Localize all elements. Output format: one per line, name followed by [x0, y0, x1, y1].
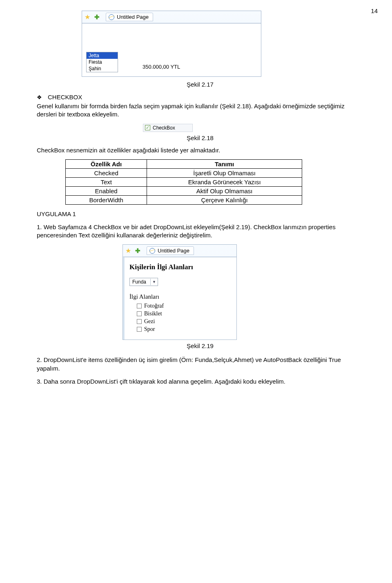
browser-toolbar: ★ ✚ Untitled Page: [123, 245, 236, 257]
list-item[interactable]: Fiesta: [87, 59, 118, 65]
list-item[interactable]: Şahin: [87, 65, 118, 72]
figure-2-18-caption: Şekil 2.18: [37, 134, 363, 141]
figure-2-17-browser: ★ ✚ Untitled Page Jetta Fiesta Şahin 350…: [82, 11, 261, 77]
checkbox-empty-icon[interactable]: [137, 311, 142, 316]
interests-heading: İlgi Alanları: [129, 293, 232, 300]
table-cell: Enabled: [66, 186, 147, 195]
checkbox-heading-text: CHECKBOX: [48, 94, 82, 101]
step-2-text: 2. DropDownList'e items özelliğinden üç …: [37, 356, 363, 373]
interest-option[interactable]: Spor: [137, 326, 232, 333]
favorites-star-icon[interactable]: ★: [125, 248, 132, 254]
table-row: BorderWidth Çerçeve Kalınlığı: [66, 195, 302, 204]
ie-icon: [109, 14, 114, 20]
step-3-text: 3. Daha sonra DropDownList'i çift tıklay…: [37, 377, 363, 386]
interest-label: Gezi: [144, 318, 155, 325]
people-dropdown[interactable]: Funda ▼: [129, 278, 158, 286]
checkbox-control-example: ✓ CheckBox: [143, 124, 193, 132]
favorites-star-icon[interactable]: ★: [85, 14, 91, 20]
step-1-text: 1. Web Sayfamıza 4 CheckBox ve bir adet …: [37, 223, 363, 240]
interest-option[interactable]: Fotoğraf: [137, 303, 232, 309]
dropdown-selected-text: Funda: [132, 279, 146, 285]
browser-toolbar: ★ ✚ Untitled Page: [82, 11, 261, 23]
browser-tab[interactable]: Untitled Page: [147, 246, 194, 255]
page-number: 14: [371, 7, 378, 14]
checkbox-heading: ❖ CHECKBOX: [37, 94, 363, 101]
checkbox-empty-icon[interactable]: [137, 327, 142, 332]
table-row: Enabled Aktif Olup Olmaması: [66, 186, 302, 195]
checkbox-empty-icon[interactable]: [137, 304, 142, 308]
diamond-bullet-icon: ❖: [37, 94, 42, 101]
car-listbox[interactable]: Jetta Fiesta Şahin: [86, 52, 118, 72]
table-cell: Aktif Olup Olmaması: [147, 186, 302, 195]
interest-option[interactable]: Bisiklet: [137, 310, 232, 317]
checkbox-checked-icon[interactable]: ✓: [145, 125, 150, 130]
figure-2-19-caption: Şekil 2.19: [37, 342, 363, 349]
table-row: Text Ekranda Görünecek Yazısı: [66, 177, 302, 186]
interest-label: Fotoğraf: [144, 303, 164, 309]
table-cell: Checked: [66, 168, 147, 177]
paragraph-checkbox-props: CheckBox nesnemizin ait özellikler aşağı…: [37, 146, 363, 154]
tab-title: Untitled Page: [158, 248, 189, 254]
chevron-down-icon[interactable]: ▼: [150, 279, 158, 285]
add-favorite-icon[interactable]: ✚: [134, 248, 141, 254]
list-item[interactable]: Jetta: [87, 52, 118, 59]
properties-table: Özellik Adı Tanımı Checked İşaretli Olup…: [65, 159, 302, 205]
checkbox-empty-icon[interactable]: [137, 319, 142, 324]
table-row: Checked İşaretli Olup Olmaması: [66, 168, 302, 177]
table-row: Özellik Adı Tanımı: [66, 159, 302, 168]
add-favorite-icon[interactable]: ✚: [94, 14, 100, 20]
paragraph-checkbox-intro: Genel kullanımı bir formda birden fazla …: [37, 102, 363, 119]
table-cell: Text: [66, 177, 147, 186]
ie-icon: [149, 248, 155, 254]
browser-body: Kişilerin İlgi Alanları Funda ▼ İlgi Ala…: [123, 257, 236, 340]
browser-body: Jetta Fiesta Şahin 350.000,00 YTL: [82, 23, 261, 76]
table-cell: Ekranda Görünecek Yazısı: [147, 177, 302, 186]
table-cell: İşaretli Olup Olmaması: [147, 168, 302, 177]
table-cell: BorderWidth: [66, 195, 147, 204]
figure-2-17-caption: Şekil 2.17: [37, 81, 363, 88]
price-label: 350.000,00 YTL: [143, 64, 180, 72]
checkbox-label-text: CheckBox: [153, 125, 175, 131]
browser-tab[interactable]: Untitled Page: [106, 13, 153, 21]
interest-option[interactable]: Gezi: [137, 318, 232, 325]
table-header-cell: Tanımı: [147, 159, 302, 168]
table-header-cell: Özellik Adı: [66, 159, 147, 168]
interest-label: Spor: [144, 326, 155, 333]
table-cell: Çerçeve Kalınlığı: [147, 195, 302, 204]
interest-label: Bisiklet: [144, 310, 162, 317]
page-title: Kişilerin İlgi Alanları: [129, 263, 232, 271]
tab-title: Untitled Page: [117, 14, 149, 20]
figure-2-19-browser: ★ ✚ Untitled Page Kişilerin İlgi Alanlar…: [122, 244, 237, 340]
uygulama-heading: UYGULAMA 1: [37, 210, 363, 217]
